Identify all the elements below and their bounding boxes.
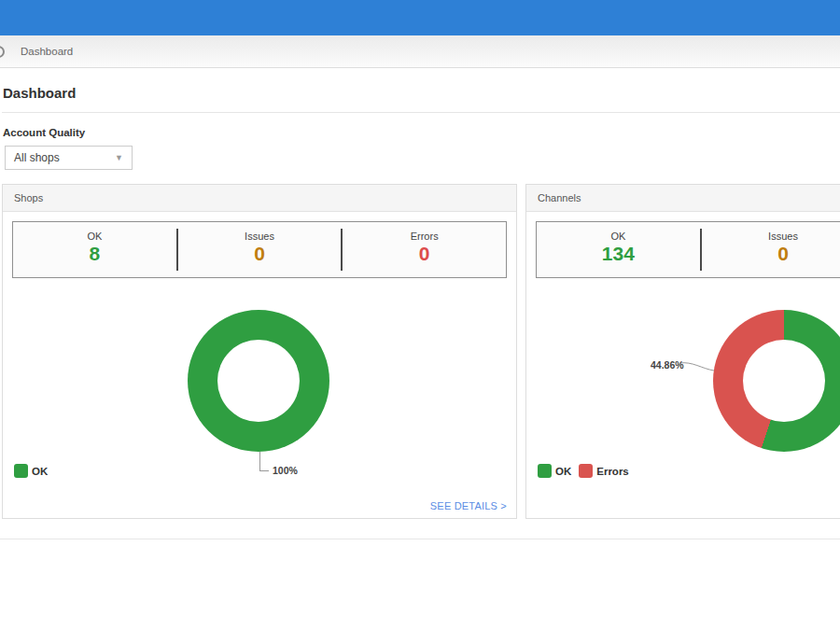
page-title: Dashboard: [3, 85, 840, 101]
chart-leader-line: [679, 358, 717, 375]
ok-swatch-icon: [538, 464, 552, 478]
shops-stat-errors: Errors 0: [343, 222, 506, 277]
shops-ok-count: 8: [13, 243, 176, 265]
home-icon[interactable]: [0, 46, 5, 58]
shops-legend: OK: [14, 464, 48, 478]
legend-item-ok[interactable]: OK: [14, 464, 48, 478]
shops-panel: Shops OK 8 Issues 0 Errors 0: [2, 184, 517, 519]
channels-panel: Channels OK 134 Issues 0 44.8: [525, 184, 840, 519]
legend-item-errors[interactable]: Errors: [579, 464, 629, 478]
shops-stat-ok: OK 8: [13, 222, 176, 277]
channels-donut-chart[interactable]: [713, 310, 840, 452]
channels-stat-issues: Issues 0: [702, 222, 840, 277]
shops-stat-issues: Issues 0: [178, 222, 342, 277]
ok-swatch-icon: [14, 464, 28, 478]
channels-chart-percent-label: 44.86%: [651, 359, 684, 371]
breadcrumb-item-dashboard[interactable]: Dashboard: [21, 46, 73, 57]
chart-leader-line: [259, 452, 269, 471]
donut-hole: [217, 340, 300, 422]
shops-stats-box: OK 8 Issues 0 Errors 0: [12, 221, 507, 278]
channels-stat-ok: OK 134: [537, 222, 700, 277]
shops-panel-title: Shops: [3, 185, 516, 212]
section-divider: [0, 539, 840, 539]
shops-see-details-link[interactable]: SEE DETAILS >: [430, 500, 507, 511]
channels-issues-count: 0: [702, 243, 840, 265]
title-divider: [2, 112, 840, 113]
donut-hole: [743, 340, 825, 422]
shops-donut-chart[interactable]: [188, 310, 329, 452]
top-nav-bar: [0, 0, 840, 35]
chevron-down-icon: ▼: [115, 153, 123, 162]
shop-filter-select[interactable]: All shops ▼: [5, 146, 133, 170]
channels-ok-count: 134: [537, 243, 700, 265]
account-quality-label: Account Quality: [3, 127, 840, 138]
shops-issues-count: 0: [178, 243, 342, 265]
shops-errors-count: 0: [343, 243, 506, 265]
errors-swatch-icon: [579, 464, 593, 478]
shop-filter-selected-value: All shops: [14, 151, 115, 164]
dashboard-panels: Shops OK 8 Issues 0 Errors 0: [2, 184, 840, 519]
channels-stats-box: OK 134 Issues 0: [536, 221, 840, 278]
channels-legend: OK Errors: [538, 464, 629, 478]
legend-item-ok[interactable]: OK: [538, 464, 571, 478]
breadcrumb: Dashboard: [0, 35, 840, 68]
channels-panel-title: Channels: [526, 185, 840, 212]
shops-chart-percent-label: 100%: [273, 465, 298, 476]
